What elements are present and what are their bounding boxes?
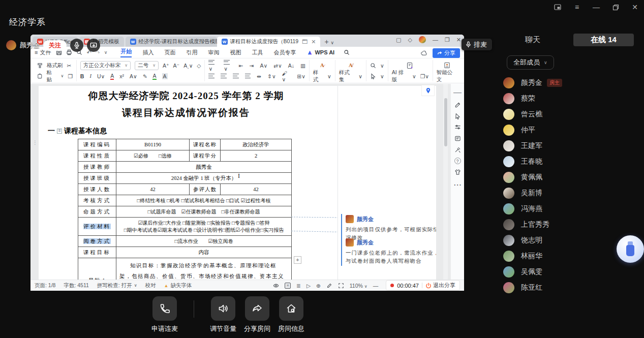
- tab-page[interactable]: 页面: [164, 49, 175, 56]
- font-size-select[interactable]: 二号∨: [135, 61, 159, 70]
- wps-ai-button[interactable]: WPS AI: [307, 49, 334, 55]
- document-page[interactable]: 仰恩大学经济学院 2024-2025 学年第 2 学期 课程目标达成情况评价报告…: [39, 86, 436, 280]
- text-effects-icon[interactable]: A˰∨: [183, 63, 193, 69]
- scrollbar-thumb[interactable]: [444, 98, 447, 146]
- zoom-level[interactable]: 110% ∨: [350, 283, 367, 289]
- highlight-color-button[interactable]: A∨: [130, 73, 137, 79]
- room-info-button[interactable]: 房间信息: [279, 296, 303, 333]
- search-icon[interactable]: [344, 49, 350, 55]
- fullscreen-icon[interactable]: [338, 283, 344, 289]
- tab-member[interactable]: 会员专享: [273, 49, 296, 56]
- member-row[interactable]: 冯海燕: [496, 201, 644, 217]
- cut-icon[interactable]: ✂: [67, 63, 72, 69]
- strikethrough-button[interactable]: A: [110, 73, 114, 80]
- volume-button[interactable]: 调节音量: [211, 296, 235, 333]
- tab-references[interactable]: 引用: [186, 49, 197, 56]
- member-row[interactable]: 颜秀金房主: [496, 75, 644, 90]
- bullet-list-icon[interactable]: ∨: [208, 59, 218, 72]
- increase-font-icon[interactable]: A⁺: [163, 63, 169, 69]
- style-set-button[interactable]: 样式集∨: [339, 71, 362, 81]
- wps-tab-template-doc[interactable]: W 经济学院-课程目标达成度报告模版.d: [126, 37, 217, 47]
- member-filter-dropdown[interactable]: 全部成员 ∨: [507, 55, 554, 70]
- member-row[interactable]: 仲平: [496, 122, 644, 138]
- columns-icon[interactable]: ▥: [300, 63, 305, 69]
- collapse-toolbar-icon[interactable]: —: [453, 88, 462, 97]
- minimize-icon[interactable]: —: [592, 3, 600, 11]
- wrap-icon[interactable]: ⇄∨: [273, 63, 282, 69]
- account-avatar[interactable]: [419, 36, 426, 43]
- bold-button[interactable]: B: [80, 73, 84, 79]
- presenter-screenshare-button[interactable]: [87, 39, 100, 52]
- align-center-icon[interactable]: [221, 74, 227, 78]
- theme-shirt-icon[interactable]: [454, 169, 461, 175]
- borders-icon[interactable]: ⊞∨: [297, 73, 305, 79]
- collapse-section-icon[interactable]: ⠿: [57, 129, 62, 134]
- help-icon[interactable]: ?: [454, 158, 461, 164]
- mini-window-icon[interactable]: [554, 3, 562, 11]
- align-left-icon[interactable]: [208, 74, 214, 78]
- more-tools-icon[interactable]: ⋯: [453, 180, 462, 190]
- tools-icon[interactable]: [454, 146, 461, 153]
- course-info-table[interactable]: 课程编码 B01190 课程名称 政治经济学 课程性质 ☑必修 □选修 课程学分…: [78, 139, 292, 280]
- distribute-icon[interactable]: ⇹: [257, 73, 261, 79]
- share-room-button[interactable]: 分享房间: [245, 296, 269, 333]
- char-shading-button[interactable]: A: [162, 73, 168, 79]
- document-scrollbar[interactable]: [443, 84, 448, 280]
- page-view-icon[interactable]: ≡: [285, 283, 291, 289]
- decrease-indent-icon[interactable]: ⇤: [239, 63, 243, 69]
- exit-share-button[interactable]: 退出分享: [425, 282, 455, 289]
- align-right-icon[interactable]: [233, 74, 239, 78]
- tab-view[interactable]: 视图: [230, 49, 241, 56]
- line-spacing-icon[interactable]: ⇕∨: [267, 73, 276, 79]
- insert-row-button[interactable]: +: [294, 256, 301, 264]
- tab-list-chevron-icon[interactable]: ∨: [331, 40, 334, 45]
- increase-indent-icon[interactable]: ⇥: [250, 63, 254, 69]
- styles-button[interactable]: 样式∨: [313, 71, 331, 81]
- smart-doc-button[interactable]: 智能公文: [437, 71, 457, 81]
- menu-icon[interactable]: ≡: [573, 3, 581, 11]
- font-name-select[interactable]: 方正公文小标宋∨: [80, 61, 131, 70]
- member-row[interactable]: 吴佩雯: [496, 264, 644, 280]
- word-count[interactable]: 字数: 4511: [64, 282, 88, 289]
- wps-share-button[interactable]: 分享: [433, 48, 460, 58]
- justify-icon[interactable]: [245, 74, 251, 78]
- member-row[interactable]: 陈亚红: [496, 280, 644, 295]
- underline-button[interactable]: U∨: [97, 73, 105, 79]
- member-row[interactable]: 曾云樵: [496, 106, 644, 122]
- wps-minimize-icon[interactable]: —: [433, 37, 438, 43]
- qat-chevron-icon[interactable]: ∨: [104, 50, 108, 55]
- wps-tab-current-doc[interactable]: W 课程目标达成度报告（B0119 🗔 ✕: [217, 37, 321, 47]
- restore-icon[interactable]: [611, 3, 620, 11]
- find-button[interactable]: ∨: [370, 60, 384, 71]
- tab-chat[interactable]: 聊天: [496, 35, 570, 45]
- pages-icon[interactable]: ❐∨: [420, 73, 429, 79]
- paste-button[interactable]: 粘贴 ∨ ❐: [37, 71, 73, 81]
- workspace-icon[interactable]: ▢: [396, 37, 401, 43]
- font-color-button[interactable]: A: [152, 73, 156, 80]
- web-view-icon[interactable]: ⊕: [316, 283, 321, 289]
- shading-icon[interactable]: 🖌∨: [282, 70, 291, 82]
- proofread-button[interactable]: 校对: [145, 282, 156, 289]
- cloud-sync-icon[interactable]: [420, 50, 427, 57]
- text-direction-icon[interactable]: A∨: [260, 63, 267, 69]
- decrease-font-icon[interactable]: A⁻: [173, 63, 180, 69]
- edit-pencil-icon[interactable]: [454, 102, 461, 108]
- member-row[interactable]: 王建军: [496, 138, 644, 153]
- eye-icon[interactable]: [273, 283, 279, 289]
- close-tab-icon[interactable]: ✕: [311, 39, 316, 45]
- spellcheck-status[interactable]: 拼写检查: 打开∨: [97, 282, 137, 289]
- tab-review[interactable]: 审阅: [208, 49, 219, 56]
- outline-view-icon[interactable]: ≣: [296, 283, 301, 289]
- follow-button[interactable]: 关注: [43, 40, 67, 51]
- tab-insert[interactable]: 插入: [142, 49, 154, 56]
- member-row[interactable]: 黄佩佩: [496, 169, 644, 185]
- superscript-button[interactable]: x²: [119, 73, 124, 79]
- italic-button[interactable]: I: [89, 73, 91, 79]
- tab-tools[interactable]: 工具: [252, 49, 263, 56]
- member-row[interactable]: 王春晓: [496, 153, 644, 169]
- comment-card[interactable]: 颜秀金 一门课多位老师上的，需流水作业，与试卷封面阅卷人填写相吻合: [341, 237, 436, 266]
- ink-button[interactable]: ✎: [143, 73, 147, 79]
- wps-close-icon[interactable]: ✕: [456, 37, 461, 43]
- location-pin-button[interactable]: [421, 85, 435, 96]
- cube-icon[interactable]: ◇: [408, 37, 412, 43]
